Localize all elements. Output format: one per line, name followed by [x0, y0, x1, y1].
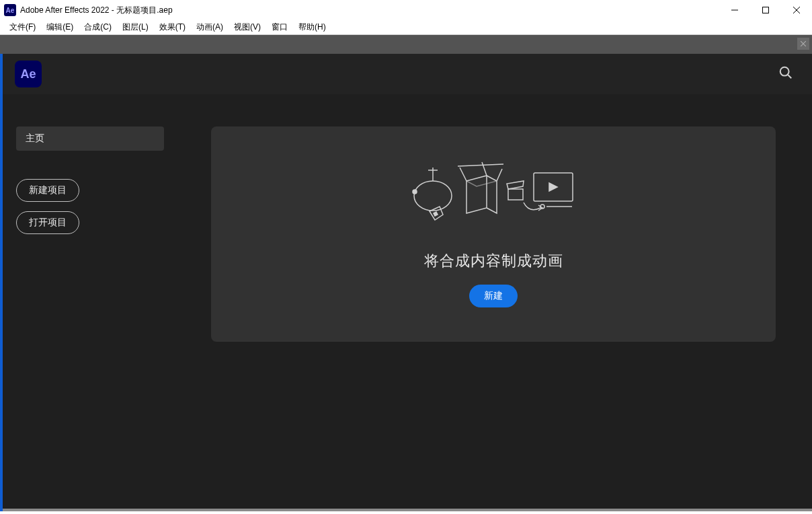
svg-point-6 — [780, 67, 789, 76]
home-content: 主页 新建项目 打开项目 — [3, 94, 812, 342]
svg-line-7 — [788, 75, 791, 78]
home-tab[interactable]: 主页 — [16, 126, 164, 151]
main-area: Ae 主页 新建项目 打开项目 — [0, 54, 812, 511]
window-title: Adobe After Effects 2022 - 无标题项目.aep — [20, 5, 173, 16]
svg-rect-1 — [763, 7, 769, 13]
statusbar — [3, 509, 812, 511]
svg-line-12 — [460, 168, 466, 181]
toolbar-strip — [0, 35, 812, 54]
menu-edit[interactable]: 编辑(E) — [41, 20, 79, 34]
menu-help[interactable]: 帮助(H) — [293, 20, 331, 34]
svg-line-14 — [497, 169, 502, 181]
home-header: Ae — [3, 54, 812, 94]
new-composition-button[interactable]: 新建 — [469, 285, 518, 307]
minimize-button[interactable] — [719, 0, 750, 20]
menu-view[interactable]: 视图(V) — [229, 20, 266, 34]
svg-point-8 — [414, 181, 452, 211]
open-project-button[interactable]: 打开项目 — [16, 211, 79, 234]
window-controls — [719, 0, 812, 20]
panel-close-button[interactable] — [797, 38, 809, 50]
svg-line-13 — [482, 162, 487, 176]
new-project-button[interactable]: 新建项目 — [16, 179, 79, 202]
welcome-card: 将合成内容制成动画 新建 — [211, 126, 776, 342]
app-icon-large: Ae — [15, 61, 42, 87]
svg-rect-16 — [508, 189, 523, 200]
card-heading: 将合成内容制成动画 — [424, 251, 563, 271]
menu-window[interactable]: 窗口 — [266, 20, 293, 34]
search-icon[interactable] — [778, 65, 793, 83]
titlebar: Ae Adobe After Effects 2022 - 无标题项目.aep — [0, 0, 812, 20]
menu-file[interactable]: 文件(F) — [4, 20, 41, 34]
app-icon-small: Ae — [4, 4, 16, 16]
home-screen: Ae 主页 新建项目 打开项目 — [3, 54, 812, 511]
close-button[interactable] — [781, 0, 812, 20]
maximize-button[interactable] — [750, 0, 781, 20]
menu-composition[interactable]: 合成(C) — [79, 20, 117, 34]
menubar: 文件(F) 编辑(E) 合成(C) 图层(L) 效果(T) 动画(A) 视图(V… — [0, 20, 812, 35]
titlebar-left: Ae Adobe After Effects 2022 - 无标题项目.aep — [4, 4, 173, 16]
svg-line-15 — [458, 164, 503, 166]
svg-point-9 — [413, 190, 417, 194]
app-abbr-small: Ae — [6, 7, 15, 14]
menu-layer[interactable]: 图层(L) — [117, 20, 154, 34]
menu-animation[interactable]: 动画(A) — [191, 20, 229, 34]
app-abbr-large: Ae — [20, 67, 36, 81]
menu-effect[interactable]: 效果(T) — [154, 20, 191, 34]
animation-illustration-icon — [409, 161, 577, 231]
sidebar: 主页 新建项目 打开项目 — [16, 126, 164, 342]
